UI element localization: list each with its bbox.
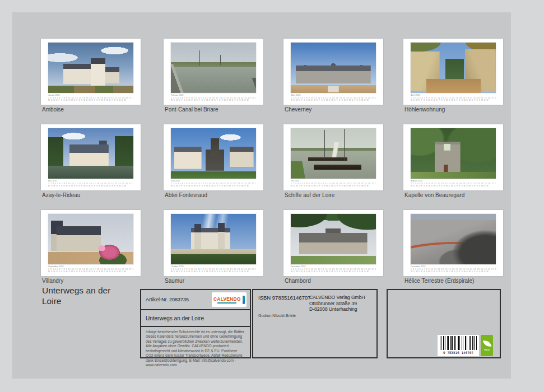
mini-calendar: Juni 2020 1 2 3 4 5 6 7 8 9 10 11 12 13 … [171, 180, 256, 187]
mini-month-label: Oktober 2020 [171, 265, 255, 267]
mini-calendar: Dezember 2020 1 2 3 4 5 6 7 8 9 10 11 12… [411, 265, 496, 273]
month-card-february: Februar 2020 1 2 3 4 5 6 7 8 9 10 11 12 … [164, 39, 263, 105]
caption-fontevraud: Abtei Fontevraud [165, 192, 207, 198]
photo-amboise [48, 43, 133, 93]
eco-leaf-icon [482, 339, 491, 348]
mini-month-label: August 2020 [411, 180, 495, 181]
month-card-october: Oktober 2020 1 2 3 4 5 6 7 8 9 10 11 12 … [164, 210, 263, 276]
caption-azay: Azay-le-Rideau [42, 192, 80, 198]
photo-pont-canal-briare [171, 43, 256, 93]
barcode-digits: 9 783516 146707 [440, 351, 477, 354]
month-card-april: April 2020 1 2 3 4 5 6 7 8 9 10 11 12 13… [403, 39, 503, 105]
mini-weekdays-row: M D M D F S S M D M D F S S M D M D F S … [171, 185, 256, 186]
mini-month-label: Juli 2020 [291, 180, 375, 181]
mini-days-row: 1 2 3 4 5 6 7 8 9 10 11 12 13 14 15 16 1… [411, 268, 496, 269]
mini-calendar: Januar 2020 1 2 3 4 5 6 7 8 9 10 11 12 1… [48, 94, 133, 101]
mini-month-label: Dezember 2020 [411, 265, 495, 267]
mini-days-row: 1 2 3 4 5 6 7 8 9 10 11 12 13 14 15 16 1… [48, 183, 133, 184]
mini-weekdays-row: M D M D F S S M D M D F S S M D M D F S … [48, 99, 133, 100]
month-card-may: Mai 2020 1 2 3 4 5 6 7 8 9 10 11 12 13 1… [41, 124, 141, 190]
mini-month-label: März 2020 [291, 94, 375, 96]
publisher-city: D-82008 Unterhaching [309, 306, 365, 312]
mini-days-row: 1 2 3 4 5 6 7 8 9 10 11 12 13 14 15 16 1… [48, 268, 133, 269]
month-card-january: Januar 2020 1 2 3 4 5 6 7 8 9 10 11 12 1… [41, 39, 141, 105]
caption-hoehlenwohnung: Höhlenwohnung [404, 106, 445, 113]
mini-weekdays-row: M D M D F S S M D M D F S S M D M D F S … [411, 270, 496, 272]
mini-month-label: November 2020 [291, 265, 375, 267]
calvendo-tagline-bar [217, 302, 236, 304]
photo-helice-terrestre [411, 214, 496, 264]
mini-month-label: Januar 2020 [48, 94, 133, 96]
publisher-name: CALVENDO Verlag GmbH [309, 295, 365, 301]
caption-amboise: Amboise [42, 106, 64, 113]
barcode-bars [440, 336, 477, 350]
mini-weekdays-row: M D M D F S S M D M D F S S M D M D F S … [48, 185, 133, 186]
month-card-december: Dezember 2020 1 2 3 4 5 6 7 8 9 10 11 12… [403, 210, 503, 276]
photo-abtei-fontevraud [171, 128, 256, 179]
photo-schiffe-loire [291, 128, 376, 179]
calvendo-logo-text-wrap: CALVENDO [213, 296, 241, 304]
mini-weekdays-row: M D M D F S S M D M D F S S M D M D F S … [48, 270, 133, 272]
mini-days-row: 1 2 3 4 5 6 7 8 9 10 11 12 13 14 15 16 1… [171, 268, 256, 269]
month-card-august: August 2020 1 2 3 4 5 6 7 8 9 10 11 12 1… [403, 124, 503, 190]
photo-chambord [291, 214, 376, 264]
calvendo-wordmark: CALVENDO [213, 296, 241, 302]
barcode: 9 783516 146707 [438, 335, 479, 356]
mini-weekdays-row: M D M D F S S M D M D F S S M D M D F S … [171, 99, 256, 100]
mini-month-label: Juni 2020 [171, 180, 255, 181]
calendar-title: Unterwegs an der Loire [146, 315, 204, 321]
publisher-address: CALVENDO Verlag GmbH Ottobrunner Straße … [309, 295, 365, 312]
caption-helice: Hélice Terrestre (Erdspirale) [404, 278, 474, 284]
mini-days-row: 1 2 3 4 5 6 7 8 9 10 11 12 13 14 15 16 1… [291, 183, 376, 184]
product-title: Unterwegs an der Loire [42, 286, 132, 307]
mini-days-row: 1 2 3 4 5 6 7 8 9 10 11 12 13 14 15 16 1… [411, 97, 496, 98]
isbn-number: ISBN 9783516146707 [258, 295, 311, 301]
title-row: Unterwegs an der Loire [141, 310, 250, 327]
caption-cheverney: Cheverney [285, 106, 311, 113]
mini-calendar: Juli 2020 1 2 3 4 5 6 7 8 9 10 11 12 13 … [291, 180, 376, 187]
mini-days-row: 1 2 3 4 5 6 7 8 9 10 11 12 13 14 15 16 1… [171, 97, 256, 98]
mini-month-label: Mai 2020 [48, 180, 133, 181]
mini-weekdays-row: M D M D F S S M D M D F S S M D M D F S … [291, 99, 376, 100]
info-box-left: Artikel-Nr. 2083735 CALVENDO Unterwegs a… [140, 289, 251, 358]
mini-calendar: September 2020 1 2 3 4 5 6 7 8 9 10 11 1… [48, 265, 133, 273]
info-box-middle: ISBN 9783516146707 CALVENDO Verlag GmbH … [252, 289, 378, 358]
mini-weekdays-row: M D M D F S S M D M D F S S M D M D F S … [411, 99, 496, 100]
mini-calendar: Februar 2020 1 2 3 4 5 6 7 8 9 10 11 12 … [171, 94, 256, 101]
calvendo-calendar-icon [243, 295, 245, 304]
caption-pont-canal: Pont-Canal bei Briare [165, 106, 218, 113]
mini-days-row: 1 2 3 4 5 6 7 8 9 10 11 12 13 14 15 16 1… [291, 268, 376, 269]
month-card-september: September 2020 1 2 3 4 5 6 7 8 9 10 11 1… [41, 210, 141, 276]
photo-azay-le-rideau [48, 128, 133, 179]
eco-badge: eco [481, 335, 493, 356]
photo-hoehlenwohnung [411, 43, 496, 93]
caption-schiffe: Schiffe auf der Loire [285, 192, 334, 198]
publisher-street: Ottobrunner Straße 39 [309, 301, 365, 307]
mini-weekdays-row: M D M D F S S M D M D F S S M D M D F S … [291, 270, 376, 272]
artikel-row: Artikel-Nr. 2083735 CALVENDO [141, 290, 250, 310]
mini-weekdays-row: M D M D F S S M D M D F S S M D M D F S … [171, 270, 256, 272]
photo-kapelle-beauregard [411, 128, 496, 179]
legal-row: Infolge bestehender Schutzrechte ist es … [141, 327, 250, 371]
mini-days-row: 1 2 3 4 5 6 7 8 9 10 11 12 13 14 15 16 1… [411, 183, 496, 184]
mini-days-row: 1 2 3 4 5 6 7 8 9 10 11 12 13 14 15 16 1… [48, 97, 133, 98]
artikel-nr: Artikel-Nr. 2083735 [146, 297, 189, 302]
photo-villandry [48, 214, 133, 264]
mini-calendar: April 2020 1 2 3 4 5 6 7 8 9 10 11 12 13… [411, 94, 496, 101]
legal-text: Infolge bestehender Schutzrechte ist es … [146, 330, 245, 368]
mini-calendar: August 2020 1 2 3 4 5 6 7 8 9 10 11 12 1… [411, 180, 496, 187]
caption-saumur: Saumur [165, 278, 184, 284]
caption-villandry: Villandry [42, 278, 63, 284]
mini-month-label: April 2020 [411, 94, 495, 96]
calendar-back-cover: Januar 2020 1 2 3 4 5 6 7 8 9 10 11 12 1… [0, 0, 544, 392]
mini-calendar: November 2020 1 2 3 4 5 6 7 8 9 10 11 12… [291, 265, 376, 273]
info-box-right: 9 783516 146707 eco [387, 289, 501, 358]
mini-month-label: September 2020 [48, 265, 133, 267]
author-name: Gudrun Nitzold-Briele [258, 314, 296, 318]
month-card-july: Juli 2020 1 2 3 4 5 6 7 8 9 10 11 12 13 … [283, 124, 383, 190]
caption-kapelle: Kapelle von Beauregard [404, 192, 464, 198]
mini-calendar: Oktober 2020 1 2 3 4 5 6 7 8 9 10 11 12 … [171, 265, 256, 273]
eco-label: eco [484, 348, 490, 351]
mini-weekdays-row: M D M D F S S M D M D F S S M D M D F S … [291, 185, 376, 186]
caption-chambord: Chambord [285, 278, 311, 284]
